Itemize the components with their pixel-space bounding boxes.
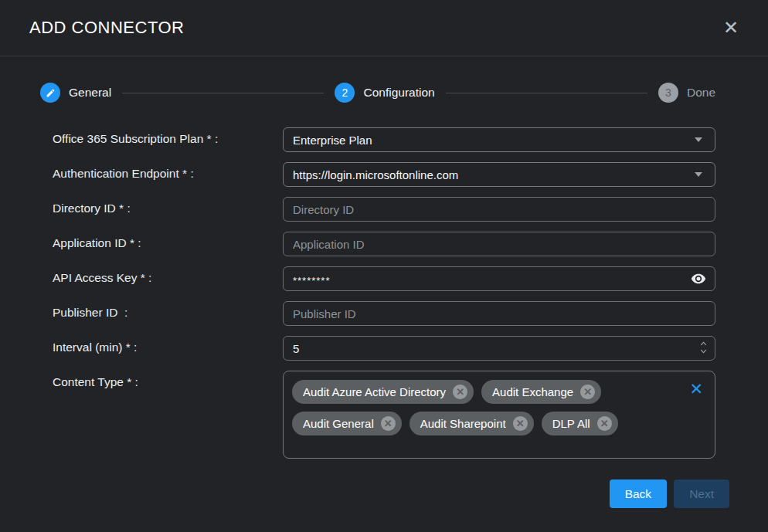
step-connector-line: [122, 93, 324, 93]
publisher-id-label: Publisher ID :: [53, 301, 283, 320]
form-row-auth-endpoint: Authentication Endpoint * : https://logi…: [53, 162, 768, 187]
form-row-content-type: Content Type * : Audit Azure Active Dire…: [53, 371, 768, 459]
form-row-publisher-id: Publisher ID :: [53, 301, 768, 326]
interval-input[interactable]: [283, 336, 715, 361]
auth-endpoint-value: https://login.microsoftonline.com: [293, 168, 458, 181]
subscription-plan-label: Office 365 Subscription Plan * :: [53, 127, 283, 146]
pencil-icon: [40, 83, 60, 103]
content-type-label: Content Type * :: [53, 371, 283, 389]
form-row-directory-id: Directory ID * :: [53, 197, 768, 222]
content-type-multiselect[interactable]: Audit Azure Active Directory ✕ Audit Exc…: [283, 371, 715, 459]
step-general[interactable]: General: [40, 83, 111, 103]
selected-tags: Audit Azure Active Directory ✕ Audit Exc…: [292, 380, 684, 435]
tag-label: Audit Exchange: [492, 385, 573, 398]
clear-all-icon[interactable]: ✕: [689, 381, 703, 397]
chevron-down-icon: [695, 137, 702, 142]
tag-label: Audit Sharepoint: [420, 417, 506, 430]
remove-tag-icon[interactable]: ✕: [513, 416, 528, 431]
back-button[interactable]: Back: [610, 479, 667, 508]
step-done-label: Done: [687, 86, 715, 100]
remove-tag-icon[interactable]: ✕: [381, 416, 396, 431]
application-id-input[interactable]: [283, 232, 715, 256]
page-title: ADD CONNECTOR: [29, 18, 184, 38]
subscription-plan-value: Enterprise Plan: [293, 134, 372, 147]
directory-id-input[interactable]: [283, 197, 715, 222]
chevron-up-icon: [699, 340, 708, 347]
tag-audit-exchange: Audit Exchange ✕: [481, 380, 601, 404]
tag-audit-sharepoint: Audit Sharepoint ✕: [409, 412, 534, 435]
tag-label: Audit Azure Active Directory: [303, 385, 446, 398]
eye-icon[interactable]: [691, 271, 706, 286]
step-3-badge: 3: [658, 83, 678, 103]
number-stepper[interactable]: [699, 340, 708, 355]
footer-actions: Back Next: [0, 469, 768, 508]
form-row-subscription-plan: Office 365 Subscription Plan * : Enterpr…: [53, 127, 768, 152]
step-2-badge: 2: [335, 83, 355, 103]
wizard-stepper: General 2 Configuration 3 Done: [40, 83, 715, 103]
auth-endpoint-label: Authentication Endpoint * :: [53, 162, 283, 181]
step-general-label: General: [69, 86, 111, 100]
chevron-down-icon: [695, 172, 702, 177]
interval-label: Interval (min) * :: [53, 336, 283, 354]
directory-id-label: Directory ID * :: [53, 197, 283, 215]
remove-tag-icon[interactable]: ✕: [597, 416, 612, 431]
modal-header: ADD CONNECTOR ✕: [0, 0, 768, 56]
step-done: 3 Done: [658, 83, 715, 103]
tag-label: Audit General: [303, 417, 374, 430]
configuration-form: Office 365 Subscription Plan * : Enterpr…: [0, 127, 768, 459]
application-id-label: Application ID * :: [53, 232, 283, 250]
tag-label: DLP All: [552, 417, 590, 430]
tag-dlp-all: DLP All ✕: [542, 412, 618, 435]
chevron-down-icon: [699, 347, 708, 355]
api-access-key-label: API Access Key * :: [53, 266, 283, 285]
subscription-plan-select[interactable]: Enterprise Plan: [283, 127, 715, 152]
api-access-key-input[interactable]: [283, 266, 715, 291]
tag-audit-azure-active-directory: Audit Azure Active Directory ✕: [292, 380, 474, 404]
auth-endpoint-select[interactable]: https://login.microsoftonline.com: [283, 162, 715, 187]
publisher-id-input[interactable]: [283, 301, 715, 326]
remove-tag-icon[interactable]: ✕: [453, 385, 467, 399]
form-row-api-access-key: API Access Key * :: [53, 266, 768, 291]
remove-tag-icon[interactable]: ✕: [580, 385, 595, 399]
form-row-application-id: Application ID * :: [53, 232, 768, 256]
close-icon[interactable]: ✕: [717, 15, 745, 40]
next-button[interactable]: Next: [674, 479, 729, 508]
form-row-interval: Interval (min) * :: [53, 336, 768, 361]
step-connector-line: [446, 93, 647, 93]
step-configuration[interactable]: 2 Configuration: [335, 83, 434, 103]
tag-audit-general: Audit General ✕: [292, 412, 402, 435]
step-configuration-label: Configuration: [363, 86, 434, 100]
